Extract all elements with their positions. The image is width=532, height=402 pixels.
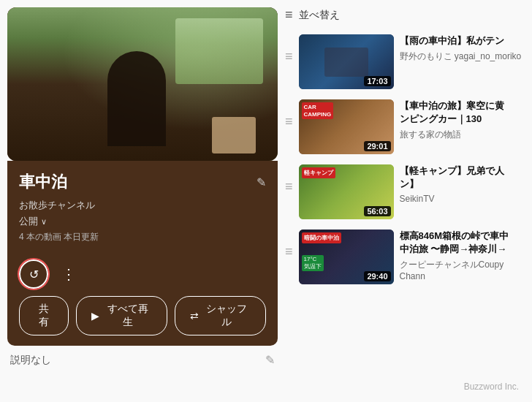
- video-item-4: ≡ 暗闘の車中泊 17°C気温下 29:40 標高846M箱根の峠で車中中泊旅 …: [285, 227, 525, 287]
- shuffle-icon: ⇄: [190, 310, 199, 322]
- info-section: 車中泊 ✎ お散歩チャンネル 公開 ∨ 4 本の動画 本日更新: [7, 161, 278, 259]
- playlist-thumbnail: [7, 7, 278, 161]
- video-item-2: ≡ CARCAMPING 29:01 【車中泊の旅】寒空に黄ンピングカー｜130…: [285, 96, 525, 157]
- video-info-2: 【車中泊の旅】寒空に黄ンピングカー｜130 旅する家の物語: [400, 99, 525, 141]
- video-thumb-2[interactable]: CARCAMPING 29:01: [299, 99, 394, 154]
- shuffle-button[interactable]: ⇄ シャッフル: [175, 296, 266, 335]
- left-panel: 車中泊 ✎ お散歩チャンネル 公開 ∨ 4 本の動画 本日更新 ↺ ⋮: [7, 7, 278, 395]
- channel-name: お散歩チャンネル: [19, 199, 266, 212]
- video-title-2: 【車中泊の旅】寒空に黄ンピングカー｜130: [400, 99, 525, 126]
- sort-row: ≡ 並べ替え: [285, 7, 525, 27]
- right-panel: ≡ 並べ替え ≡ 17:03 【雨の車中泊】私がテン 野外のもりこ yagai_…: [285, 7, 525, 395]
- video-thumb-1[interactable]: 17:03: [299, 34, 394, 89]
- visibility-chevron: ∨: [41, 217, 47, 227]
- video-title-1: 【雨の車中泊】私がテン: [400, 34, 525, 48]
- sort-icon: ≡: [285, 7, 293, 23]
- drag-handle-3[interactable]: ≡: [285, 164, 293, 194]
- video-thumb-3[interactable]: 軽キャンプ 56:03: [299, 164, 394, 219]
- video-channel-3: SeikinTV: [400, 194, 525, 204]
- edit-description-icon[interactable]: ✎: [265, 353, 275, 367]
- btn-row: 共有 ▶ すべて再生 ⇄ シャッフル: [19, 296, 266, 335]
- video-item-1: ≡ 17:03 【雨の車中泊】私がテン 野外のもりこ yagai_no_mori…: [285, 31, 525, 92]
- drag-handle-4[interactable]: ≡: [285, 230, 293, 259]
- buzzword-credit: Buzzword Inc.: [285, 379, 525, 395]
- video-thumb-4[interactable]: 暗闘の車中泊 17°C気温下 29:40: [299, 230, 394, 284]
- video-title-3: 【軽キャンプ】兄弟で人ン】: [400, 164, 525, 191]
- play-icon: ▶: [91, 310, 99, 322]
- video-item-3: ≡ 軽キャンプ 56:03 【軽キャンプ】兄弟で人ン】 SeikinTV: [285, 162, 525, 222]
- video-channel-4: クーピーチャンネルCoupy Chann: [400, 259, 525, 281]
- actions-section: ↺ ⋮ 共有 ▶ すべて再生 ⇄ シャッフル: [7, 259, 278, 346]
- video-title-4: 標高846M箱根の峠で車中中泊旅 〜静岡→神奈川→: [400, 230, 525, 256]
- drag-handle-2[interactable]: ≡: [285, 99, 293, 129]
- video-duration-3: 56:03: [364, 206, 390, 216]
- action-row: ↺ ⋮: [19, 259, 266, 289]
- video-duration-1: 17:03: [364, 76, 390, 86]
- visibility-row[interactable]: 公開 ∨: [19, 215, 266, 228]
- share-circle-button[interactable]: ↺: [19, 259, 48, 289]
- video-duration-2: 29:01: [364, 141, 390, 151]
- play-all-label: すべて再生: [104, 303, 151, 329]
- video-duration-4: 29:40: [364, 271, 390, 281]
- visibility-label: 公開: [19, 215, 38, 228]
- more-options-button[interactable]: ⋮: [56, 261, 82, 287]
- video-info-1: 【雨の車中泊】私がテン 野外のもりこ yagai_no_moriko: [400, 34, 525, 63]
- play-all-button[interactable]: 共有: [19, 296, 69, 335]
- sort-label: 並べ替え: [299, 9, 340, 22]
- play-all-btn[interactable]: ▶ すべて再生: [76, 296, 167, 335]
- playlist-title: 車中泊: [19, 171, 67, 193]
- shuffle-label: シャッフル: [203, 303, 251, 329]
- drag-handle-1[interactable]: ≡: [285, 34, 293, 64]
- video-info-3: 【軽キャンプ】兄弟で人ン】 SeikinTV: [400, 164, 525, 204]
- edit-title-icon[interactable]: ✎: [256, 175, 266, 189]
- video-channel-2: 旅する家の物語: [400, 129, 525, 141]
- more-dots-icon: ⋮: [61, 265, 76, 283]
- video-channel-1: 野外のもりこ yagai_no_moriko: [400, 50, 525, 63]
- share-arrow-icon: ↺: [29, 268, 39, 281]
- description-section: 説明なし ✎: [7, 346, 278, 374]
- playlist-meta: 4 本の動画 本日更新: [19, 231, 266, 243]
- main-container: 車中泊 ✎ お散歩チャンネル 公開 ∨ 4 本の動画 本日更新 ↺ ⋮: [0, 0, 532, 402]
- video-info-4: 標高846M箱根の峠で車中中泊旅 〜静岡→神奈川→ クーピーチャンネルCoupy…: [400, 230, 525, 281]
- share-label: 共有: [34, 303, 53, 329]
- title-row: 車中泊 ✎: [19, 171, 266, 193]
- description-text: 説明なし: [10, 354, 51, 367]
